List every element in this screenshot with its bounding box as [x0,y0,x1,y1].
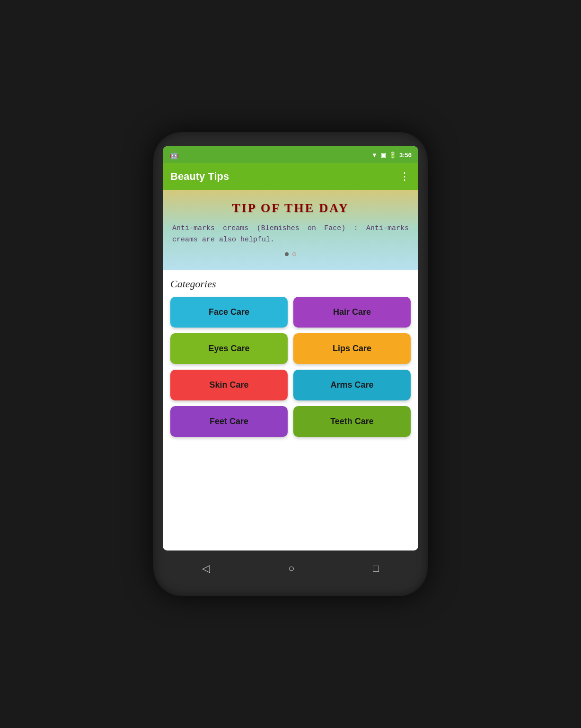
nav-bar: ◁ ○ □ [163,555,418,582]
categories-grid: Face Care Hair Care Eyes Care Lips Care … [170,297,411,437]
back-button[interactable]: ◁ [202,562,210,575]
lips-care-button[interactable]: Lips Care [293,333,411,364]
arms-care-label: Arms Care [330,380,373,390]
wifi-icon: ▼ [371,151,378,159]
time-display: 3:56 [399,151,412,159]
home-button[interactable]: ○ [288,562,294,575]
signal-icon: ▣ [380,151,386,159]
hair-care-button[interactable]: Hair Care [293,297,411,328]
recents-button[interactable]: □ [373,562,379,575]
menu-button[interactable]: ⋮ [399,170,411,183]
arms-care-button[interactable]: Arms Care [293,370,411,400]
status-bar-left: 🤖 [169,151,179,160]
phone-frame: 🤖 ▼ ▣ 🔋 3:56 Beauty Tips ⋮ TIP OF THE DA… [153,132,428,596]
dot-2 [292,252,296,256]
feet-care-label: Feet Care [210,417,248,426]
teeth-care-label: Teeth Care [330,417,374,426]
lips-care-label: Lips Care [333,344,371,354]
face-care-button[interactable]: Face Care [170,297,288,328]
back-icon: ◁ [202,562,210,575]
android-icon: 🤖 [169,151,179,160]
face-care-label: Face Care [209,307,249,317]
status-bar-right: ▼ ▣ 🔋 3:56 [371,151,412,159]
categories-title: Categories [170,278,411,290]
categories-section: Categories Face Care Hair Care Eyes Care… [163,270,418,550]
home-icon: ○ [288,562,294,575]
app-title: Beauty Tips [170,170,229,183]
phone-screen: 🤖 ▼ ▣ 🔋 3:56 Beauty Tips ⋮ TIP OF THE DA… [163,146,418,550]
hair-care-label: Hair Care [333,307,371,317]
recents-icon: □ [373,562,379,575]
status-bar: 🤖 ▼ ▣ 🔋 3:56 [163,146,418,163]
feet-care-button[interactable]: Feet Care [170,406,288,437]
tip-title: TIP OF THE DAY [172,201,409,215]
battery-icon: 🔋 [389,151,396,159]
app-bar: Beauty Tips ⋮ [163,163,418,190]
teeth-care-button[interactable]: Teeth Care [293,406,411,437]
dot-1 [285,252,289,256]
banner-dots [172,252,409,256]
tip-text: Anti-marks creams (Blemishes on Face) : … [172,223,409,246]
skin-care-label: Skin Care [209,380,248,390]
skin-care-button[interactable]: Skin Care [170,370,288,400]
eyes-care-label: Eyes Care [208,344,249,354]
eyes-care-button[interactable]: Eyes Care [170,333,288,364]
banner: TIP OF THE DAY Anti-marks creams (Blemis… [163,190,418,270]
